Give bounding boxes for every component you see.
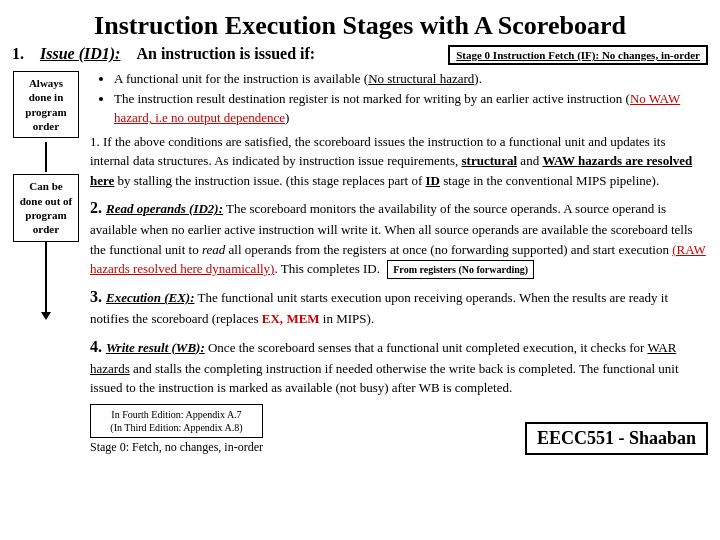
section4-text1: Once the scoreboard senses that a functi… xyxy=(205,340,648,355)
always-bullets-list: A functional unit for the instruction is… xyxy=(98,69,708,128)
stage0-text: Stage 0: Fetch, no changes, in-order xyxy=(90,440,263,455)
slide: Instruction Execution Stages with A Scor… xyxy=(0,0,720,540)
page-title: Instruction Execution Stages with A Scor… xyxy=(12,10,708,41)
section2-number: 2. xyxy=(90,199,106,216)
bullet2-text2: ) xyxy=(285,110,289,125)
section1-number: 1. xyxy=(12,45,24,63)
para1-text3: stage in the conventional MIPS pipeline)… xyxy=(440,173,659,188)
bullet-2: The instruction result destination regis… xyxy=(114,89,708,128)
from-reg-label: From registers (No forwarding) xyxy=(387,260,534,279)
section4-label: Write result (WB): xyxy=(106,340,205,355)
section2: 2. Read operands (ID2): The scoreboard m… xyxy=(90,196,708,279)
bullet2-text1: The instruction result destination regis… xyxy=(114,91,630,106)
always-label: Always done in program order xyxy=(13,71,79,138)
left-labels-col: Always done in program order Can be done… xyxy=(12,69,84,455)
para1-and: and xyxy=(517,153,542,168)
footer-row: In Fourth Edition: Appendix A.7 (In Thir… xyxy=(90,404,708,455)
id-label: ID xyxy=(426,173,440,188)
footer-left: In Fourth Edition: Appendix A.7 (In Thir… xyxy=(90,404,263,455)
section3: 3. Execution (EX): The functional unit s… xyxy=(90,285,708,329)
bullet-1: A functional unit for the instruction is… xyxy=(114,69,708,89)
content-area: A functional unit for the instruction is… xyxy=(84,69,708,455)
section1-paragraph: 1. If the above conditions are satisfied… xyxy=(90,132,708,191)
section4-text2: and stalls the completing instruction if… xyxy=(90,361,679,396)
stagebox: Stage 0 Instruction Fetch (IF): No chang… xyxy=(448,45,708,65)
bullet1-text1: A functional unit for the instruction is… xyxy=(114,71,368,86)
arrow-line-1 xyxy=(45,142,47,172)
structural-label: structural xyxy=(462,153,518,168)
footer-edition2: (In Third Edition: Appendix A.8) xyxy=(97,421,256,434)
section1-label: Issue (ID1): xyxy=(40,45,120,63)
arrow-tip xyxy=(41,312,51,320)
eecc-box: EECC551 - Shaaban xyxy=(525,422,708,455)
section1-header: 1. Issue (ID1): An instruction is issued… xyxy=(12,45,708,65)
mem-label: MEM xyxy=(286,311,319,326)
canbedone-label: Can be done out of program order xyxy=(13,174,79,241)
main-layout: Always done in program order Can be done… xyxy=(12,69,708,455)
ex-label: EX, xyxy=(262,311,283,326)
left-section: Always done in program order Can be done… xyxy=(12,69,80,319)
section4-number: 4. xyxy=(90,338,106,355)
section3-number: 3. xyxy=(90,288,106,305)
footer-edition1: In Fourth Edition: Appendix A.7 xyxy=(97,408,256,421)
bullet1-underline: No structural hazard xyxy=(368,71,474,86)
section3-label: Execution (EX): xyxy=(106,290,194,305)
arrow-line-2 xyxy=(45,242,47,312)
section2-label: Read operands (ID2): xyxy=(106,201,223,216)
bullet1-text2: ). xyxy=(474,71,482,86)
section4: 4. Write result (WB): Once the scoreboar… xyxy=(90,335,708,398)
para1-text2: by stalling the instruction issue. (this… xyxy=(114,173,425,188)
section1-intro: An instruction is issued if: xyxy=(136,45,315,63)
section2-text2: . This completes ID. xyxy=(274,261,383,276)
section3-text2: in MIPS). xyxy=(320,311,375,326)
footer-edition-box: In Fourth Edition: Appendix A.7 (In Thir… xyxy=(90,404,263,438)
